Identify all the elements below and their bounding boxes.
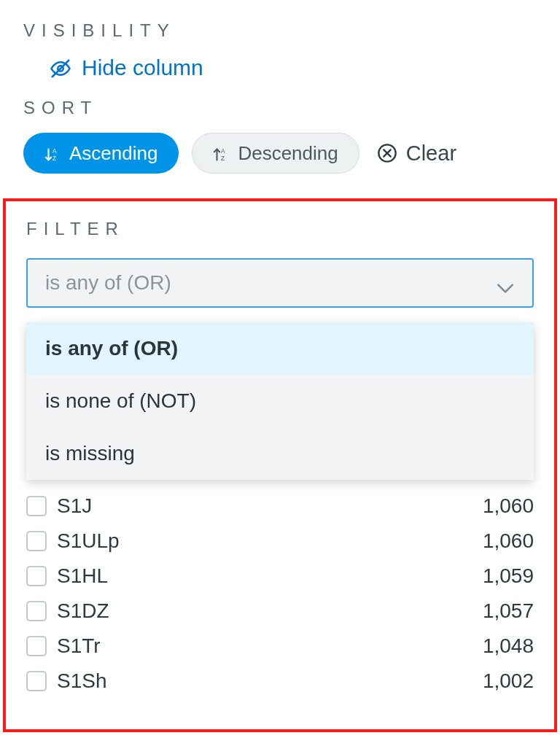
svg-text:A: A bbox=[52, 148, 57, 155]
checkbox[interactable] bbox=[26, 636, 47, 656]
sort-clear-button[interactable]: Clear bbox=[373, 141, 456, 166]
filter-option-is-missing[interactable]: is missing bbox=[26, 427, 534, 480]
svg-text:Z: Z bbox=[52, 155, 56, 162]
list-item-label: S1Tr bbox=[57, 634, 472, 658]
sort-ascending-button[interactable]: A Z Ascending bbox=[23, 133, 179, 174]
filter-option-label: is none of (NOT) bbox=[45, 389, 196, 413]
svg-text:Z: Z bbox=[221, 155, 225, 162]
list-item-count: 1,060 bbox=[483, 529, 534, 553]
sort-asc-label: Ascending bbox=[69, 142, 158, 165]
list-item-count: 1,002 bbox=[483, 669, 534, 693]
filter-section-highlight: FILTER is any of (OR) is any of (OR) is … bbox=[3, 198, 557, 732]
sort-desc-icon: A Z bbox=[213, 145, 229, 161]
checkbox[interactable] bbox=[26, 601, 47, 621]
list-item-count: 1,060 bbox=[483, 494, 534, 518]
list-item-label: S1Sh bbox=[57, 669, 472, 693]
filter-option-label: is missing bbox=[45, 442, 135, 465]
svg-text:A: A bbox=[221, 148, 225, 155]
list-item[interactable]: S1Sh 1,002 bbox=[26, 664, 534, 699]
list-item-label: S1HL bbox=[57, 564, 472, 588]
hide-column-label: Hide column bbox=[82, 55, 203, 80]
hide-column-button[interactable]: Hide column bbox=[23, 55, 537, 80]
checkbox[interactable] bbox=[26, 496, 47, 516]
close-circle-icon bbox=[377, 143, 397, 163]
list-item-label: S1J bbox=[57, 494, 472, 518]
list-item-label: S1DZ bbox=[57, 599, 472, 623]
list-item-count: 1,057 bbox=[483, 599, 534, 623]
list-item-count: 1,048 bbox=[483, 634, 534, 658]
filter-option-is-none-of[interactable]: is none of (NOT) bbox=[26, 375, 534, 427]
filter-select-placeholder: is any of (OR) bbox=[45, 271, 171, 295]
list-item[interactable]: S1Tr 1,048 bbox=[26, 629, 534, 664]
list-item[interactable]: S1DZ 1,057 bbox=[26, 594, 534, 629]
list-item[interactable]: S1ULp 1,060 bbox=[26, 524, 534, 559]
sort-clear-label: Clear bbox=[406, 141, 456, 166]
filter-condition-dropdown: is any of (OR) is none of (NOT) is missi… bbox=[26, 322, 534, 480]
checkbox[interactable] bbox=[26, 671, 47, 691]
chevron-down-icon bbox=[496, 276, 515, 290]
sort-section-label: SORT bbox=[23, 98, 537, 118]
checkbox[interactable] bbox=[26, 531, 47, 551]
checkbox[interactable] bbox=[26, 566, 47, 586]
filter-option-label: is any of (OR) bbox=[45, 337, 178, 360]
list-item[interactable]: S1HL 1,059 bbox=[26, 559, 534, 594]
list-item-count: 1,059 bbox=[483, 564, 534, 588]
filter-option-is-any-of[interactable]: is any of (OR) bbox=[26, 322, 534, 375]
eye-slash-icon bbox=[50, 58, 70, 78]
filter-values-list: S1J 1,060 S1ULp 1,060 S1HL 1,059 S1DZ 1,… bbox=[26, 489, 534, 699]
visibility-section-label: VISIBILITY bbox=[23, 20, 537, 41]
filter-condition-select[interactable]: is any of (OR) bbox=[26, 258, 534, 308]
sort-asc-icon: A Z bbox=[44, 145, 61, 161]
filter-section-label: FILTER bbox=[26, 219, 534, 239]
sort-descending-button[interactable]: A Z Descending bbox=[192, 133, 359, 174]
list-item[interactable]: S1J 1,060 bbox=[26, 489, 534, 524]
list-item-label: S1ULp bbox=[57, 529, 472, 553]
sort-desc-label: Descending bbox=[238, 142, 338, 165]
